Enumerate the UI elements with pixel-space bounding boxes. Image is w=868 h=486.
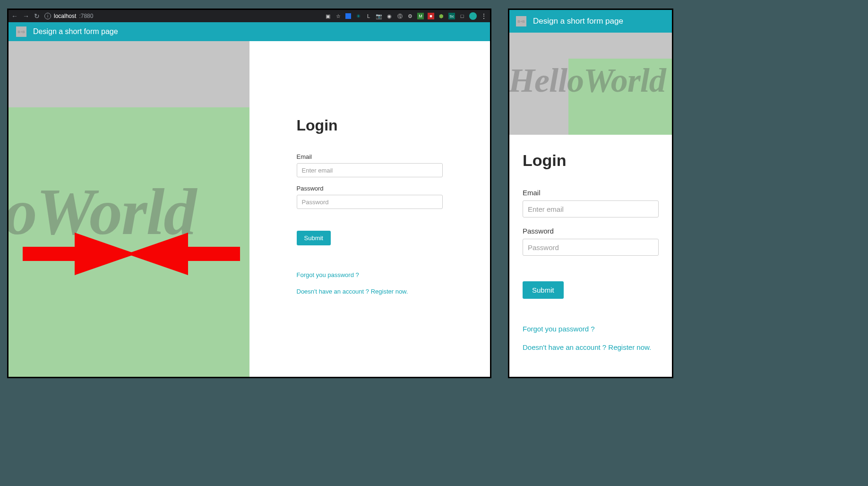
profile-avatar-icon[interactable]: [469, 12, 477, 20]
nav-arrows: ← → ↻: [11, 13, 40, 19]
forgot-password-link[interactable]: Forgot you password ?: [297, 271, 443, 278]
submit-button-mobile[interactable]: Submit: [523, 281, 564, 299]
responsive-arrows-icon: [18, 228, 245, 280]
star-icon[interactable]: ☆: [335, 13, 342, 19]
ext-icon-2[interactable]: ✳: [355, 13, 361, 19]
ext-icon-7[interactable]: ⚙: [407, 13, 413, 19]
password-field[interactable]: [297, 195, 443, 209]
ext-icon-6[interactable]: Ⓠ: [396, 13, 403, 19]
submit-button[interactable]: Submit: [297, 231, 331, 245]
url-field[interactable]: i localhost:7880: [44, 13, 93, 19]
ext-icon-11[interactable]: Sc: [448, 13, 455, 19]
form-links-mobile: Forgot you password ? Doesn't have an ac…: [523, 325, 659, 351]
login-form-panel-mobile: Login Email Password Submit Forgot you p…: [509, 135, 672, 371]
hero-panel-mobile: HelloWorld: [509, 33, 672, 135]
ext-icon-3[interactable]: L: [365, 13, 372, 19]
email-label-mobile: Email: [523, 189, 659, 197]
back-icon[interactable]: ←: [11, 13, 18, 19]
hero-panel: HelloWorld: [9, 41, 249, 377]
url-port: :7880: [79, 13, 93, 19]
mobile-window: B+B Design a short form page HelloWorld …: [508, 9, 673, 378]
desktop-browser-window: ← → ↻ i localhost:7880 ▣ ☆ ✳ L 📷 ◉ Ⓠ ⚙ M…: [7, 9, 491, 378]
browser-address-bar: ← → ↻ i localhost:7880 ▣ ☆ ✳ L 📷 ◉ Ⓠ ⚙ M…: [9, 10, 490, 22]
svg-rect-4: [188, 247, 240, 261]
password-label-mobile: Password: [523, 227, 659, 235]
forgot-password-link-mobile[interactable]: Forgot you password ?: [523, 325, 659, 333]
translate-icon[interactable]: ▣: [325, 13, 331, 19]
ext-icon-1[interactable]: [345, 13, 351, 19]
form-links: Forgot you password ? Doesn't have an ac…: [297, 271, 443, 295]
desktop-body: HelloWorld Login Email Password: [9, 41, 490, 377]
app-logo-icon-mobile: B+B: [516, 16, 526, 26]
ext-icon-5[interactable]: ◉: [386, 13, 393, 19]
register-link-mobile[interactable]: Doesn't have an account ? Register now.: [523, 343, 659, 351]
password-label: Password: [297, 185, 443, 192]
ext-icon-10[interactable]: ⬢: [438, 13, 445, 19]
url-host: localhost: [54, 13, 76, 19]
email-field-mobile[interactable]: [523, 200, 659, 217]
login-heading: Login: [297, 117, 443, 134]
menu-dots-icon[interactable]: ⋮: [481, 12, 487, 20]
ext-icon-12[interactable]: □: [459, 13, 465, 19]
page-title-mobile: Design a short form page: [533, 17, 623, 26]
svg-marker-5: [127, 233, 188, 275]
ext-icon-8[interactable]: M: [417, 13, 424, 19]
app-logo-icon: B+B: [16, 26, 26, 37]
app-header: B+B Design a short form page: [9, 22, 490, 41]
register-link[interactable]: Doesn't have an account ? Register now.: [297, 288, 443, 295]
ext-icon-4[interactable]: 📷: [376, 13, 382, 19]
app-header-mobile: B+B Design a short form page: [509, 10, 672, 33]
email-label: Email: [297, 153, 443, 160]
extension-icons: ▣ ☆ ✳ L 📷 ◉ Ⓠ ⚙ M ■ ⬢ Sc □ ⋮: [325, 12, 487, 20]
email-field[interactable]: [297, 163, 443, 177]
reload-icon[interactable]: ↻: [34, 13, 40, 19]
forward-icon[interactable]: →: [23, 13, 29, 19]
site-info-icon[interactable]: i: [44, 13, 51, 19]
login-heading-mobile: Login: [523, 151, 659, 170]
hero-text-mobile: HelloWorld: [509, 61, 666, 100]
svg-rect-0: [23, 247, 75, 261]
password-field-mobile[interactable]: [523, 239, 659, 256]
ext-icon-9[interactable]: ■: [428, 13, 434, 19]
login-form-panel: Login Email Password Submit Forgot you p…: [249, 41, 490, 377]
page-title: Design a short form page: [33, 27, 118, 36]
